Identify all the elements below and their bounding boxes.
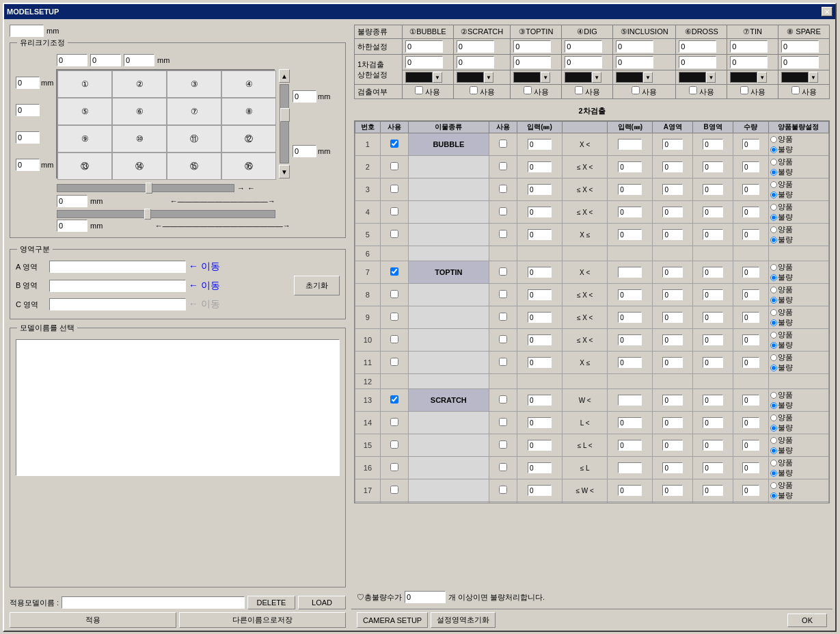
row-7-bzone[interactable] [703,267,723,278]
row-17-use2[interactable] [499,486,507,494]
row-11-val2[interactable] [618,357,642,368]
row-8-radio-bad[interactable] [770,297,777,304]
row-14-azone[interactable] [662,417,683,428]
check-toptin[interactable] [524,86,532,94]
row-2-use[interactable] [390,162,398,170]
row-17-use[interactable] [390,486,398,494]
row-4-radio-bad[interactable] [770,214,777,221]
row-9-radio-bad[interactable] [770,319,777,326]
check-spare[interactable] [791,86,800,94]
row-1-val2[interactable] [618,139,642,150]
row-17-azone[interactable] [662,485,683,496]
row-10-radio-good[interactable] [770,332,777,339]
color-toptin[interactable]: ▼ [513,72,558,83]
row-7-radio-bad[interactable] [770,274,777,281]
upper-tin[interactable] [730,56,768,68]
row-13-use2[interactable] [499,395,507,404]
row-14-count[interactable] [742,417,759,428]
region-b-input[interactable] [49,280,186,292]
row-8-radio-good[interactable] [770,287,777,293]
row-4-bzone[interactable] [703,207,723,217]
row-8-bzone[interactable] [703,289,723,300]
row-1-count[interactable] [742,139,759,150]
row-5-val1[interactable] [528,229,552,240]
row-2-azone[interactable] [662,161,683,172]
row-17-count[interactable] [742,485,759,496]
row-9-bzone[interactable] [703,312,723,323]
row-8-use[interactable] [390,290,398,298]
row-10-val1[interactable] [528,334,552,345]
check-dig-label[interactable]: 사용 [575,88,600,96]
lower-spare[interactable] [781,40,819,53]
row-4-val2[interactable] [618,207,642,217]
row-11-use[interactable] [390,358,398,366]
left-input3[interactable] [16,131,40,144]
lower-inclusion[interactable] [616,40,653,53]
color-scratch[interactable]: ▼ [457,72,507,83]
top-row-input2[interactable] [90,54,121,66]
row-16-val2[interactable] [618,462,642,473]
lower-dross[interactable] [679,40,716,53]
row-4-use[interactable] [390,207,398,215]
row-5-radio-good[interactable] [770,226,777,233]
upper-bubble[interactable] [405,56,443,68]
check-tin[interactable] [740,86,748,94]
row-1-bzone[interactable] [703,139,723,150]
row-4-count[interactable] [742,207,759,217]
row-10-radio-bad[interactable] [770,342,777,349]
row-5-use2[interactable] [499,230,507,238]
row-11-count[interactable] [742,357,759,368]
top-row-input1[interactable] [57,54,87,66]
row-17-radio-bad[interactable] [770,492,777,499]
color-bubble-arrow[interactable]: ▼ [433,72,442,83]
row-3-use[interactable] [390,185,398,193]
row-17-radio-good[interactable] [770,482,777,489]
lower-bubble[interactable] [405,40,443,53]
row-4-azone[interactable] [662,207,683,217]
row-9-radio-good[interactable] [770,309,777,316]
lower-tin[interactable] [730,40,768,53]
left-input4[interactable] [16,159,40,171]
row-4-val1[interactable] [528,207,552,217]
row-13-radio-good[interactable] [770,392,777,399]
top-row-input3[interactable] [124,54,154,66]
row-16-val1[interactable] [528,462,552,473]
check-scratch-label[interactable]: 사용 [470,88,495,96]
upper-dross[interactable] [679,56,716,68]
row-13-count[interactable] [742,395,759,406]
row-14-val1[interactable] [528,417,552,428]
save-btn[interactable]: 다른이름으로저장 [179,612,346,628]
right-input2[interactable] [293,145,316,157]
reset-region-btn[interactable]: 설정영역초기화 [431,612,496,628]
row-11-val1[interactable] [528,357,552,368]
row-9-val1[interactable] [528,312,552,323]
row-17-val1[interactable] [528,485,552,496]
color-dig-arrow[interactable]: ▼ [592,72,601,83]
row-2-val2[interactable] [618,161,642,172]
apply-model-input[interactable] [62,596,245,609]
color-spare[interactable]: ▼ [781,72,826,83]
row-10-use[interactable] [390,335,398,343]
row-10-use2[interactable] [499,335,507,343]
right-input1[interactable] [293,90,316,103]
h-slider-val1[interactable] [57,195,87,207]
row-2-val1[interactable] [528,161,552,172]
color-dig[interactable]: ▼ [565,72,610,83]
color-tin[interactable]: ▼ [730,72,775,83]
apply-btn[interactable]: 적용 [10,612,176,628]
row-3-val2[interactable] [618,184,642,195]
row-10-count[interactable] [742,334,759,345]
row-7-use[interactable] [390,267,398,276]
row-15-bzone[interactable] [703,440,723,451]
row-9-use[interactable] [390,313,398,321]
row-11-radio-good[interactable] [770,354,777,361]
row-3-val1[interactable] [528,184,552,195]
row-16-radio-good[interactable] [770,460,777,466]
row-2-bzone[interactable] [703,161,723,172]
row-14-use[interactable] [390,418,398,426]
row-9-use2[interactable] [499,313,507,321]
region-a-input[interactable] [49,261,186,273]
upper-spare[interactable] [781,56,819,68]
row-17-val2[interactable] [618,485,642,496]
row-14-radio-good[interactable] [770,414,777,421]
